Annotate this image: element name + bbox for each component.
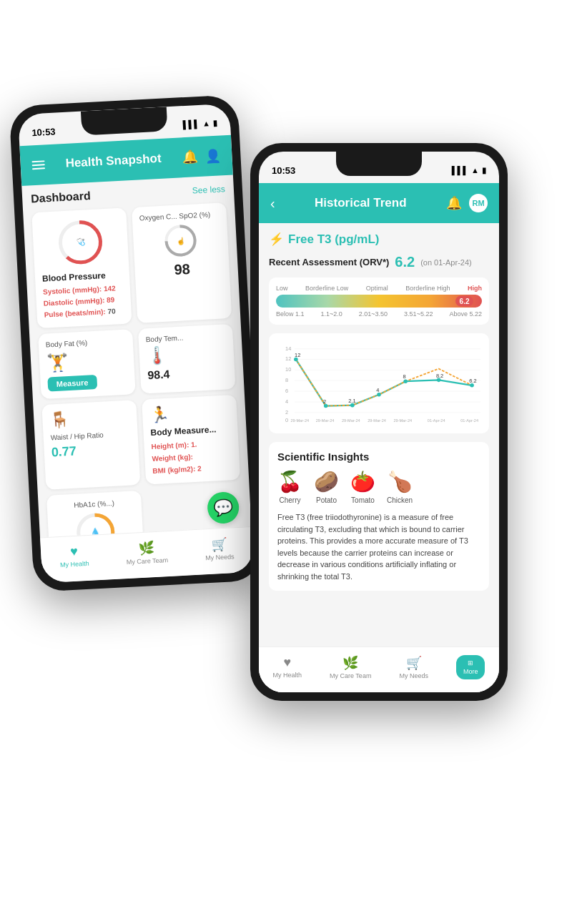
phone-1-status-icons: ▌▌▌ ▲ ▮	[182, 118, 217, 129]
spo2-gauge: ☝️	[162, 222, 199, 260]
bell-icon-2[interactable]: 🔔	[446, 195, 462, 211]
measure-button[interactable]: Measure	[47, 375, 97, 392]
body-temp-value: 98.4	[147, 365, 228, 382]
phone-2-status-icons: ▌▌▌ ▲ ▮	[452, 166, 486, 175]
food-chicken: 🍗 Chicken	[387, 470, 413, 504]
thermometer-icon: 🌡️	[146, 342, 227, 366]
back-button[interactable]: ‹	[270, 195, 275, 212]
assessment-label: Recent Assessment (ORV*)	[269, 257, 389, 267]
range-val-5: Above 5.22	[449, 310, 482, 318]
signal-icon: ▌▌▌	[182, 119, 199, 129]
svg-text:12: 12	[285, 355, 291, 362]
range-label-high: High	[468, 285, 482, 292]
assessment-row: Recent Assessment (ORV*) 6.2 (on 01-Apr-…	[269, 254, 489, 270]
phone-2-header: ‹ Historical Trend 🔔 RM	[259, 183, 499, 223]
food-cherry: 🍒 Cherry	[277, 470, 302, 504]
phone-1-notch	[81, 107, 168, 135]
red-line	[296, 360, 472, 406]
phone-1: 10:53 ▌▌▌ ▲ ▮ Health Snapshot 🔔 👤 Dashbo…	[9, 94, 262, 592]
spo2-label: Oxygen C... SpO2 (%)	[139, 210, 220, 222]
waist-hip-icon: 🪑	[49, 408, 130, 431]
nav-2-more[interactable]: ⊞ More	[456, 655, 485, 679]
svg-text:0: 0	[285, 417, 288, 423]
body-fat-label: Body Fat (%)	[46, 339, 88, 349]
metric-icon: ⚡	[269, 232, 284, 247]
phone-2-screen: 10:53 ▌▌▌ ▲ ▮ ‹ Historical Trend 🔔 RM ⚡ …	[259, 152, 499, 692]
chicken-icon: 🍗	[388, 470, 413, 493]
user-avatar[interactable]: RM	[469, 194, 488, 212]
phone-2-time: 10:53	[272, 165, 295, 176]
battery-icon: ▮	[213, 118, 218, 127]
svg-text:6.2: 6.2	[469, 378, 476, 384]
menu-icon[interactable]	[31, 160, 45, 169]
whatsapp-icon: 💬	[213, 498, 233, 517]
nav-care-team[interactable]: 🌿 My Care Team	[125, 539, 168, 566]
bp-gauge: 🩺	[54, 216, 107, 269]
signal-icon-2: ▌▌▌	[452, 166, 468, 175]
bell-icon[interactable]: 🔔	[182, 149, 198, 165]
nav-my-needs-label: My Needs	[205, 553, 235, 561]
wifi-icon-2: ▲	[471, 166, 479, 175]
range-label-borderline-low: Borderline Low	[305, 285, 348, 292]
teal-line	[296, 360, 472, 406]
nav-2-care-team[interactable]: 🌿 My Care Team	[330, 655, 371, 679]
svg-text:2.1: 2.1	[348, 398, 355, 404]
svg-text:2: 2	[323, 398, 326, 405]
svg-text:12: 12	[295, 352, 300, 358]
nav-2-my-health[interactable]: ♥ My Health	[273, 655, 302, 679]
svg-text:☝️: ☝️	[176, 236, 186, 246]
svg-text:8: 8	[403, 373, 405, 380]
user-icon[interactable]: 👤	[204, 147, 221, 164]
range-bar: 6.2	[276, 295, 482, 308]
insights-title: Scientific Insights	[277, 451, 480, 463]
phone-1-time: 10:53	[31, 126, 56, 138]
svg-text:29-Mar-24: 29-Mar-24	[342, 418, 360, 423]
food-potato: 🥔 Potato	[314, 470, 339, 504]
heart-icon-2: ♥	[283, 655, 291, 670]
insights-description: Free T3 (free triiodothyronine) is a mea…	[277, 511, 480, 582]
svg-point-37	[470, 383, 474, 388]
range-label-borderline-high: Borderline High	[405, 285, 450, 292]
svg-text:14: 14	[285, 345, 291, 352]
nav-2-my-needs-label: My Needs	[399, 672, 428, 679]
dashboard-grid: 🩺 Blood Pressure Systolic (mmHg): 142 Di…	[31, 202, 245, 578]
header-action-icons-2: 🔔 RM	[446, 194, 488, 212]
svg-text:6: 6	[285, 388, 288, 394]
chart-container: 14 12 10 8 6 4 2 0	[269, 333, 489, 433]
nav-2-my-needs[interactable]: 🛒 My Needs	[399, 655, 428, 679]
nav-care-team-label: My Care Team	[127, 556, 169, 566]
metric-title: ⚡ Free T3 (pg/mL)	[269, 232, 489, 247]
see-less-link[interactable]: See less	[192, 184, 226, 195]
phone-1-header-title: Health Snapshot	[65, 152, 162, 171]
cart-icon-2: 🛒	[406, 655, 422, 671]
body-temp-card: Body Tem... 🌡️ 98.4	[138, 324, 236, 394]
hba1c-label: HbA1c (%...)	[74, 499, 114, 509]
svg-text:29-Mar-24: 29-Mar-24	[393, 418, 412, 423]
body-measure-icon: 🏃	[149, 402, 230, 425]
svg-text:8.2: 8.2	[436, 373, 443, 379]
range-container: Low Borderline Low Optimal Borderline Hi…	[269, 277, 489, 325]
chart-area: 14 12 10 8 6 4 2 0	[276, 340, 482, 426]
chicken-label: Chicken	[387, 496, 413, 504]
header-action-icons: 🔔 👤	[182, 147, 221, 165]
trend-chart: 14 12 10 8 6 4 2 0	[276, 340, 482, 426]
tomato-label: Tomato	[351, 496, 375, 504]
phone-2-notch	[336, 152, 422, 176]
svg-point-32	[324, 404, 328, 408]
more-button[interactable]: ⊞ More	[456, 655, 485, 679]
svg-text:29-Mar-24: 29-Mar-24	[290, 418, 309, 423]
tomato-icon: 🍅	[350, 470, 375, 493]
waist-hip-value: 0.77	[51, 441, 132, 461]
assessment-date: (on 01-Apr-24)	[420, 258, 472, 267]
svg-text:8: 8	[285, 377, 288, 383]
phone-2-status-bar: 10:53 ▌▌▌ ▲ ▮	[259, 152, 499, 183]
more-label: More	[463, 668, 478, 675]
range-value-labels: Below 1.1 1.1~2.0 2.01~3.50 3.51~5.22 Ab…	[276, 310, 482, 318]
svg-point-35	[403, 379, 408, 383]
waist-hip-card: 🪑 Waist / Hip Ratio 0.77	[41, 400, 140, 490]
cherry-icon: 🍒	[277, 470, 302, 493]
nav-my-health[interactable]: ♥ My Health	[59, 544, 89, 569]
wifi-icon: ▲	[202, 119, 211, 128]
phone-2-header-title: Historical Trend	[315, 196, 406, 210]
nav-my-needs[interactable]: 🛒 My Needs	[204, 536, 235, 561]
